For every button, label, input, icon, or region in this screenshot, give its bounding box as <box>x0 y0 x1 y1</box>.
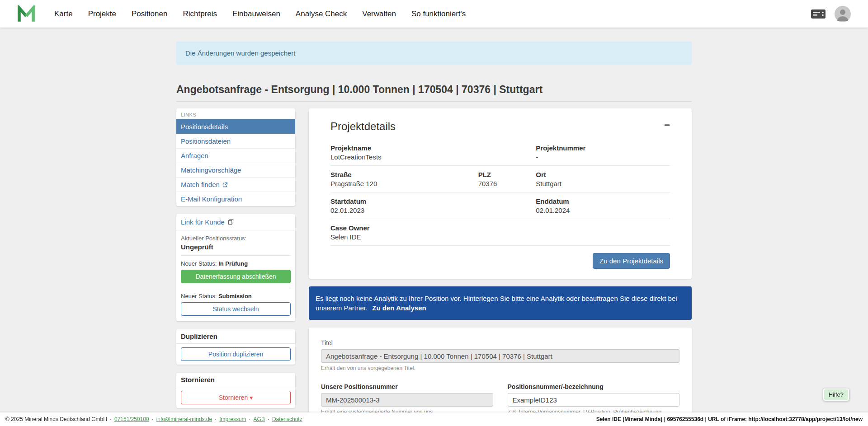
projektname-value: LotCreationTests <box>330 153 536 161</box>
page-content: Die Änderungen wurden gespeichert Angebo… <box>0 28 868 426</box>
cancel-title: Stornieren <box>176 373 295 387</box>
footer-separator: · <box>268 416 269 422</box>
sidebar-item-match-finden[interactable]: Match finden <box>176 177 295 192</box>
sidebar-item-positionsdateien[interactable]: Positionsdateien <box>176 134 295 148</box>
analytics-banner-text: Es liegt noch keine Analytik zu Ihrer Po… <box>316 295 677 312</box>
current-status-label: Aktueller Positionsstatus: <box>181 235 291 242</box>
nav-item-projekte[interactable]: Projekte <box>88 9 116 19</box>
projektnummer-label: Projektnummer <box>536 144 670 152</box>
projektnummer-value: - <box>536 153 670 161</box>
project-row-name-number: Projektname LotCreationTests Projektnumm… <box>330 139 670 166</box>
external-link-icon <box>222 182 228 187</box>
sidebar-item-positionsdetails[interactable]: Positionsdetails <box>176 119 295 134</box>
nav-item-richtpreis[interactable]: Richtpreis <box>183 9 217 19</box>
footer-agb-link[interactable]: AGB <box>254 416 265 422</box>
divider <box>181 255 291 256</box>
duplicate-title: Duplizieren <box>176 329 295 344</box>
current-status-value: Ungeprüft <box>181 243 291 251</box>
projektname-label: Projektname <box>330 144 536 152</box>
stornieren-dropdown-button[interactable]: Stornieren ▾ <box>181 391 291 404</box>
zu-den-analysen-link[interactable]: Zu den Analysen <box>372 304 426 312</box>
nav-item-so-funktionierts[interactable]: So funktioniert's <box>411 9 466 19</box>
nav-item-karte[interactable]: Karte <box>54 9 73 19</box>
caret-down-icon: ▾ <box>250 394 253 401</box>
project-row-address: Straße Pragstraße 120 PLZ 70376 Ort Stut… <box>330 166 670 192</box>
divider <box>181 288 291 288</box>
links-card: LINKS Positionsdetails Positionsdateien … <box>176 108 295 206</box>
customer-link-label: Link für Kunde <box>181 218 225 226</box>
duplicate-card: Duplizieren Position duplizieren <box>176 329 295 365</box>
sidebar-item-label: Positionsdateien <box>181 137 231 145</box>
page-title: Angebotsanfrage - Entsorgung | 10.000 To… <box>176 84 692 96</box>
footer-datenschutz-link[interactable]: Datenschutz <box>272 416 302 422</box>
alert-message: Die Änderungen wurden gespeichert <box>185 49 296 57</box>
nav-item-verwalten[interactable]: Verwalten <box>362 9 396 19</box>
positionsnummer-input[interactable] <box>508 393 680 407</box>
plz-label: PLZ <box>478 171 536 178</box>
collapse-icon[interactable]: − <box>664 120 670 130</box>
mineral-minds-logo[interactable] <box>17 5 35 23</box>
ort-label: Ort <box>536 171 670 178</box>
position-form-card: Titel Erhält den von uns vorgegebenen Ti… <box>309 328 692 426</box>
case-owner-value: Selen IDE <box>330 233 670 241</box>
case-owner-label: Case Owner <box>330 224 670 232</box>
pos-number-field-group: Positionsnummer/-bezeichnung Z.B. Intern… <box>508 383 680 415</box>
sidebar-item-email-konfiguration[interactable]: E-Mail Konfiguration <box>176 192 295 206</box>
sidebar: LINKS Positionsdetails Positionsdateien … <box>176 108 295 408</box>
sidebar-item-label: Positionsdetails <box>181 123 228 131</box>
links-header: LINKS <box>176 108 295 119</box>
positionsnummer-label: Positionsnummer/-bezeichnung <box>508 383 680 390</box>
sidebar-item-label: Match finden <box>181 181 220 188</box>
zu-den-projektdetails-button[interactable]: Zu den Projektdetails <box>593 253 670 269</box>
footer-separator: · <box>249 416 251 422</box>
startdatum-value: 02.01.2023 <box>330 206 536 214</box>
project-row-dates: Startdatum 02.01.2023 Enddatum 02.01.202… <box>330 192 670 219</box>
footer-separator: · <box>110 416 112 422</box>
position-duplizieren-button[interactable]: Position duplizieren <box>181 347 291 361</box>
main-nav: Karte Projekte Positionen Richtpreis Ein… <box>54 9 466 19</box>
footer: © 2025 Mineral Minds Deutschland GmbH · … <box>0 412 868 426</box>
strasse-label: Straße <box>330 171 478 178</box>
nav-item-analyse-check[interactable]: Analyse Check <box>296 9 347 19</box>
user-avatar[interactable] <box>835 6 851 22</box>
sidebar-item-anfragen[interactable]: Anfragen <box>176 148 295 163</box>
person-icon <box>835 6 851 22</box>
analytics-banner: Es liegt noch keine Analytik zu Ihrer Po… <box>309 286 692 320</box>
new-status-1: Neuer Status: In Prüfung <box>181 260 291 267</box>
footer-separator: · <box>215 416 217 422</box>
nav-item-einbauweisen[interactable]: Einbauweisen <box>232 9 280 19</box>
sidebar-item-label: E-Mail Konfiguration <box>181 195 242 203</box>
sidebar-item-label: Matchingvorschläge <box>181 166 241 174</box>
footer-phone-link[interactable]: 07151/250100 <box>114 416 149 422</box>
success-alert: Die Änderungen wurden gespeichert <box>176 42 692 65</box>
startdatum-label: Startdatum <box>330 197 536 205</box>
unsere-positionsnummer-input <box>321 393 493 407</box>
status-wechseln-button[interactable]: Status wechseln <box>181 302 291 316</box>
help-button[interactable]: Hilfe? <box>823 389 849 401</box>
project-details-card: Projektdetails − Projektname LotCreation… <box>309 108 692 279</box>
navbar-right <box>811 6 851 22</box>
titel-input <box>321 349 679 363</box>
footer-impressum-link[interactable]: Impressum <box>219 416 246 422</box>
server-icon[interactable] <box>811 9 826 19</box>
title-divider <box>176 101 692 102</box>
datenerfassung-abschliessen-button[interactable]: Datenerfassung abschließen <box>181 270 291 283</box>
titel-label: Titel <box>321 339 679 346</box>
customer-link[interactable]: Link für Kunde <box>176 214 295 230</box>
sidebar-item-matchingvorschlaege[interactable]: Matchingvorschläge <box>176 163 295 177</box>
status-card: Link für Kunde Aktueller Positionsstatus… <box>176 214 295 321</box>
stornieren-label: Stornieren <box>219 394 248 401</box>
footer-email-link[interactable]: info@mineral-minds.de <box>156 416 212 422</box>
footer-separator: · <box>152 416 154 422</box>
cancel-card: Stornieren Stornieren ▾ <box>176 373 295 408</box>
top-navbar: Karte Projekte Positionen Richtpreis Ein… <box>0 0 868 28</box>
ort-value: Stuttgart <box>536 180 670 187</box>
footer-copyright: © 2025 Mineral Minds Deutschland GmbH <box>5 416 107 422</box>
our-number-field-group: Unsere Positionsnummer Erhält eine syste… <box>321 383 493 415</box>
brand-m-icon <box>17 5 35 23</box>
titel-help: Erhält den von uns vorgegebenen Titel. <box>321 365 679 371</box>
main-column: Projektdetails − Projektname LotCreation… <box>309 108 692 426</box>
project-details-title: Projektdetails <box>330 120 396 133</box>
nav-item-positionen[interactable]: Positionen <box>132 9 167 19</box>
copy-icon <box>228 218 234 226</box>
